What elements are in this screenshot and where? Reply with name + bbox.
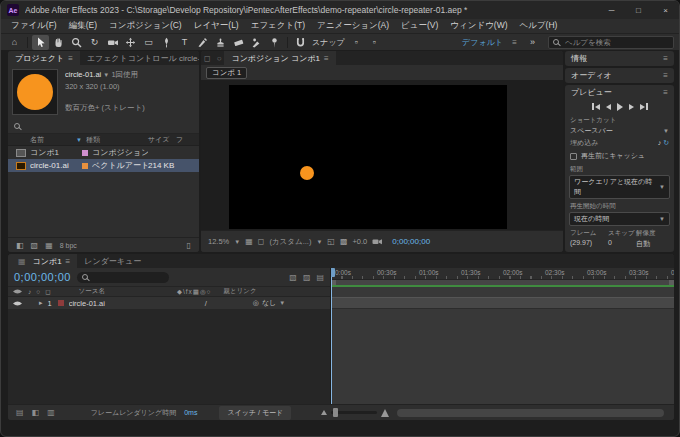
tab-composition[interactable]: コンポジション コンポ1 ≡ <box>224 51 335 65</box>
brush-tool[interactable] <box>194 35 211 50</box>
pickwhip-icon[interactable]: ◎ <box>253 299 259 307</box>
last-frame-button[interactable] <box>640 103 648 110</box>
chevron-down-icon[interactable]: ▼ <box>279 300 285 306</box>
minimize-button[interactable]: ─ <box>598 1 625 19</box>
panel-menu-icon[interactable]: ≡ <box>68 54 73 63</box>
workspace-label[interactable]: デフォルト <box>462 37 503 48</box>
playhead[interactable] <box>331 268 332 404</box>
pan-behind-tool[interactable] <box>122 35 139 50</box>
tab-project[interactable]: プロジェクト ≡ <box>8 51 80 65</box>
transparency-grid-icon[interactable]: ▩ <box>340 237 348 246</box>
first-frame-button[interactable] <box>592 103 600 110</box>
chevron-down-icon[interactable]: ▼ <box>103 72 109 78</box>
parent-value[interactable]: なし <box>262 298 276 308</box>
column-extra[interactable]: フ <box>176 135 183 145</box>
pen-tool[interactable] <box>158 35 175 50</box>
loop-icon[interactable]: ↻ <box>663 139 669 146</box>
menu-effect[interactable]: エフェクト(T) <box>245 20 311 32</box>
zoom-level[interactable]: 12.5% <box>208 237 229 246</box>
cache-before-checkbox[interactable] <box>570 153 577 160</box>
composition-viewport[interactable] <box>201 80 563 230</box>
work-area-bar[interactable] <box>331 280 674 285</box>
menu-edit[interactable]: 編集(E) <box>63 20 103 32</box>
time-ruler[interactable]: 0:00s 00:30s 01:00s 01:30s 02:00s 02:30s… <box>331 268 674 280</box>
maximize-button[interactable]: □ <box>625 1 652 19</box>
preview-panel-label[interactable]: プレビュー <box>571 87 612 98</box>
menu-window[interactable]: ウィンドウ(W) <box>444 20 513 32</box>
layer-name[interactable]: circle-01.ai <box>69 299 165 308</box>
column-parent-link[interactable]: 親とリンク <box>224 287 257 296</box>
roto-brush-tool[interactable] <box>248 35 265 50</box>
puppet-pin-tool[interactable] <box>266 35 283 50</box>
play-button[interactable] <box>617 103 623 111</box>
eraser-tool[interactable] <box>230 35 247 50</box>
type-tool[interactable]: T <box>176 35 193 50</box>
viewer-target-icon[interactable]: ○ <box>214 51 225 65</box>
exposure-value[interactable]: +0.0 <box>352 237 367 246</box>
layer-color-swatch[interactable] <box>58 300 64 306</box>
range-select[interactable]: ワークエリアと現在の時間 ▼ <box>569 175 670 199</box>
track-rows[interactable] <box>331 287 674 404</box>
info-panel-label[interactable]: 情報 <box>571 53 587 64</box>
horizontal-scrollbar[interactable] <box>397 409 664 417</box>
snap-label[interactable]: スナップ <box>312 37 345 48</box>
viewer-lock-icon[interactable]: ◻ <box>201 51 214 65</box>
play-from-select[interactable]: 現在の時間 ▼ <box>569 212 670 226</box>
camera-tool[interactable] <box>104 35 121 50</box>
menu-file[interactable]: ファイル(F) <box>5 20 63 32</box>
project-search-input[interactable] <box>25 121 193 132</box>
prev-frame-button[interactable] <box>606 104 611 110</box>
shape-tool[interactable]: ▭ <box>140 35 157 50</box>
playhead-handle[interactable] <box>331 268 335 277</box>
grid-guides-icon[interactable]: ▦ <box>245 237 253 246</box>
project-item-comp[interactable]: コンポ1 コンポジション <box>8 146 199 159</box>
panel-menu-icon[interactable]: ≡ <box>663 71 668 80</box>
bpc-label[interactable]: 8 bpc <box>60 242 77 249</box>
expand-transfer-controls-icon[interactable]: ◧ <box>32 408 40 417</box>
trash-icon[interactable]: ▯ <box>187 241 191 250</box>
selection-tool[interactable] <box>32 35 49 50</box>
column-type[interactable]: 種類 <box>86 135 148 145</box>
current-timecode[interactable]: 0;00;00;00 <box>14 271 71 283</box>
comp-timecode[interactable]: 0;00;00;00 <box>392 237 430 246</box>
menu-layer[interactable]: レイヤー(L) <box>188 20 245 32</box>
tab-timeline-comp[interactable]: ▦ コンポ1 ≡ <box>8 254 77 268</box>
zoom-slider[interactable] <box>331 411 377 414</box>
clone-stamp-tool[interactable] <box>212 35 229 50</box>
frame-rate-select[interactable]: (29.97) <box>570 239 608 249</box>
close-button[interactable]: × <box>652 1 679 19</box>
zoom-out-icon[interactable] <box>321 410 327 415</box>
layer-duration-bar[interactable] <box>331 297 674 309</box>
panel-menu-icon[interactable]: ≡ <box>663 88 668 97</box>
expand-inout-icon[interactable]: ▥ <box>47 408 55 417</box>
chevron-down-icon[interactable]: ▼ <box>316 239 322 245</box>
zoom-slider-knob[interactable] <box>333 408 338 417</box>
sort-icon[interactable]: ▼ <box>76 137 82 143</box>
resolution-select[interactable]: 自動 <box>636 239 669 249</box>
tab-render-queue[interactable]: レンダーキュー <box>77 254 148 268</box>
draft-3d-icon[interactable]: ▨ <box>303 273 311 282</box>
audio-panel-label[interactable]: オーディオ <box>571 70 612 81</box>
overflow-chevron-icon[interactable]: » <box>524 35 541 50</box>
menu-composition[interactable]: コンポジション(C) <box>103 20 188 32</box>
hand-tool[interactable] <box>50 35 67 50</box>
skip-select[interactable]: 0 <box>608 239 636 249</box>
snap-mask-icon[interactable]: ▫ <box>366 35 383 50</box>
eye-icon[interactable] <box>12 300 23 307</box>
snap-option-icon[interactable]: ▫ <box>348 35 365 50</box>
switches-modes-button[interactable]: スイッチ / モード <box>219 406 291 420</box>
project-item-footage[interactable]: circle-01.ai ベクトルアート 214 KB <box>8 159 199 172</box>
quality-switch[interactable]: / <box>205 299 207 308</box>
roi-icon[interactable]: ◱ <box>327 237 335 246</box>
viewer-comp-button[interactable]: コンポ 1 <box>206 67 247 79</box>
mask-visibility-icon[interactable]: ◻ <box>258 237 265 246</box>
panel-menu-icon[interactable]: ≡ <box>66 257 71 266</box>
include-label[interactable]: 埋め込み <box>570 138 598 148</box>
home-icon[interactable]: ⌂ <box>6 35 23 50</box>
comp-mini-flowchart-icon[interactable]: ▧ <box>289 273 297 282</box>
tab-effect-controls[interactable]: エフェクトコントロール circle-01 <box>80 51 199 65</box>
panel-menu-icon[interactable]: ≡ <box>663 54 668 63</box>
expand-layer-switches-icon[interactable]: ▤ <box>16 408 24 417</box>
rotate-tool[interactable]: ↻ <box>86 35 103 50</box>
shortcut-select[interactable]: スペースバー ▼ <box>565 125 674 137</box>
